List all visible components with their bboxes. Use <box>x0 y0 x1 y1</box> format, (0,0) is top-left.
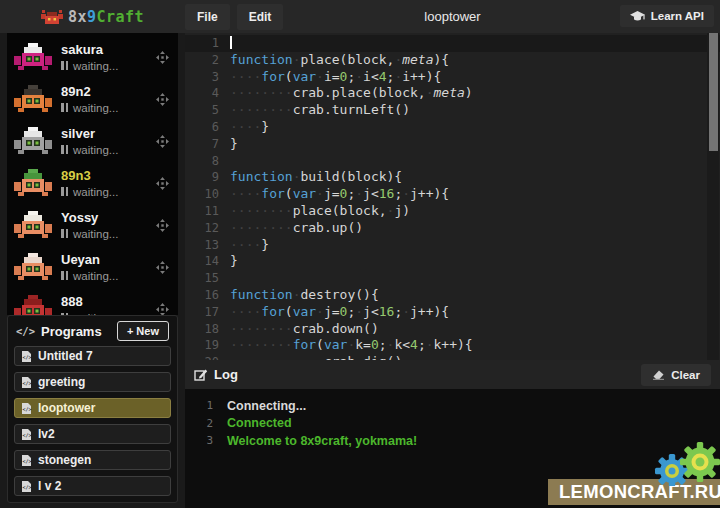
code-line[interactable]: 20············crab.dig() <box>185 354 720 360</box>
crab-avatar-icon <box>14 43 52 72</box>
crab-info: 888waiting... <box>61 295 156 316</box>
editor-scrollbar[interactable] <box>707 33 719 360</box>
logo-text: 8x9Craft <box>68 8 144 26</box>
move-crab-icon[interactable] <box>156 303 169 316</box>
program-name: greeting <box>38 375 85 389</box>
code-line[interactable]: 19········for(var·k=0;·k<4;·k++){ <box>185 337 720 354</box>
program-item[interactable]: </>stonegen <box>14 450 171 470</box>
program-item[interactable]: </>greeting <box>14 372 171 392</box>
crab-entry[interactable]: Ueyanwaiting... <box>7 246 178 288</box>
code-editor[interactable]: 12function·place(block,·meta){3····for(v… <box>185 33 720 360</box>
programs-title: Programs <box>41 324 117 339</box>
clear-log-button[interactable]: Clear <box>641 364 711 386</box>
clear-label: Clear <box>671 369 700 381</box>
crab-entry[interactable]: Yossywaiting... <box>7 204 178 246</box>
line-number: 18 <box>185 321 230 338</box>
move-crab-icon[interactable] <box>156 135 169 148</box>
crab-status: waiting... <box>61 186 156 198</box>
code-line[interactable]: 3····for(var·i=0;·i<4;·i++){ <box>185 69 720 86</box>
code-line[interactable]: 17····for(var·j=0;·j<16;·j++){ <box>185 304 720 321</box>
program-name: lv2 <box>38 427 55 441</box>
line-number: 1 <box>185 35 230 52</box>
code-line[interactable]: 10····for(var·j=0;·j<16;·j++){ <box>185 186 720 203</box>
log-line: 3Welcome to 8x9craft, yokmama! <box>185 432 720 450</box>
status-text: waiting... <box>73 102 118 114</box>
line-number: 12 <box>185 220 230 237</box>
svg-text:</>: </> <box>23 354 32 360</box>
log-title: Log <box>214 367 238 382</box>
crab-name: sakura <box>61 43 156 57</box>
line-number: 10 <box>185 186 230 203</box>
crab-entry[interactable]: 89n3waiting... <box>7 162 178 204</box>
move-crab-icon[interactable] <box>156 177 169 190</box>
code-line[interactable]: 14} <box>185 253 720 270</box>
file-menu[interactable]: File <box>185 4 230 30</box>
crab-info: sakurawaiting... <box>61 43 156 72</box>
crab-entry[interactable]: silverwaiting... <box>7 120 178 162</box>
status-text: waiting... <box>73 144 118 156</box>
crab-name: Yossy <box>61 211 156 225</box>
crab-status: waiting... <box>61 228 156 240</box>
logo-segment: Craft <box>96 8 144 26</box>
move-crab-icon[interactable] <box>156 261 169 274</box>
line-number: 13 <box>185 237 230 254</box>
edit-menu[interactable]: Edit <box>237 4 284 30</box>
move-crab-icon[interactable] <box>156 51 169 64</box>
program-name: stonegen <box>38 453 91 467</box>
crab-entry[interactable]: 888waiting... <box>7 288 178 315</box>
crab-name: Ueyan <box>61 253 156 267</box>
pause-icon <box>61 61 68 70</box>
crab-entry[interactable]: 89n2waiting... <box>7 78 178 120</box>
scrollbar-thumb[interactable] <box>709 33 718 151</box>
logo-segment: 8x <box>68 8 87 26</box>
crab-avatar-icon <box>14 127 52 156</box>
log-line: 2Connected <box>185 415 720 433</box>
line-number: 8 <box>185 153 230 170</box>
program-item[interactable]: </>l v 2 <box>14 476 171 496</box>
svg-text:</>: </> <box>23 380 32 386</box>
editor-column: 12function·place(block,·meta){3····for(v… <box>185 33 720 508</box>
code-icon: </> <box>16 325 35 337</box>
code-line[interactable]: 12········crab.up() <box>185 220 720 237</box>
log-header: Log Clear <box>185 360 720 389</box>
program-name: l v 2 <box>38 479 61 493</box>
move-crab-icon[interactable] <box>156 219 169 232</box>
code-line[interactable]: 5········crab.turnLeft() <box>185 102 720 119</box>
program-file-icon: </> <box>21 376 32 389</box>
code-line[interactable]: 2function·place(block,·meta){ <box>185 52 720 69</box>
move-crab-icon[interactable] <box>156 93 169 106</box>
crab-avatar-icon <box>14 85 52 114</box>
watermark-text: LEMONCRAFT.RU <box>559 481 720 503</box>
graduation-cap-icon <box>630 11 645 22</box>
crab-name: 888 <box>61 295 156 309</box>
code-line[interactable]: 13····} <box>185 237 720 254</box>
code-line[interactable]: 4········crab.place(block,·meta) <box>185 85 720 102</box>
program-name: Untitled 7 <box>38 349 93 363</box>
code-line[interactable]: 11········place(block,·j) <box>185 203 720 220</box>
code-line[interactable]: 9function·build(block){ <box>185 169 720 186</box>
learn-api-button[interactable]: Learn API <box>620 5 714 27</box>
main-area: sakurawaiting...89n2waiting...silverwait… <box>0 33 720 508</box>
line-number: 2 <box>185 52 230 69</box>
line-number: 19 <box>185 337 230 354</box>
program-item[interactable]: </>looptower <box>14 398 171 418</box>
log-message: Connecting... <box>227 399 306 413</box>
program-item[interactable]: </>lv2 <box>14 424 171 444</box>
line-number: 11 <box>185 203 230 220</box>
log-line-number: 2 <box>185 417 227 430</box>
code-line[interactable]: 18········crab.down() <box>185 321 720 338</box>
code-line[interactable]: 8 <box>185 153 720 170</box>
code-line[interactable]: 1 <box>185 35 720 52</box>
new-program-button[interactable]: + New <box>117 321 169 341</box>
code-line[interactable]: 7} <box>185 136 720 153</box>
program-file-icon: </> <box>21 480 32 493</box>
crab-status: waiting... <box>61 60 156 72</box>
crab-entry[interactable]: sakurawaiting... <box>7 36 178 78</box>
program-item[interactable]: </>Untitled 7 <box>14 346 171 366</box>
code-line[interactable]: 6····} <box>185 119 720 136</box>
line-number: 5 <box>185 102 230 119</box>
line-number: 6 <box>185 119 230 136</box>
code-line[interactable]: 16function·destroy(){ <box>185 287 720 304</box>
crab-status: waiting... <box>61 102 156 114</box>
code-line[interactable]: 15 <box>185 270 720 287</box>
